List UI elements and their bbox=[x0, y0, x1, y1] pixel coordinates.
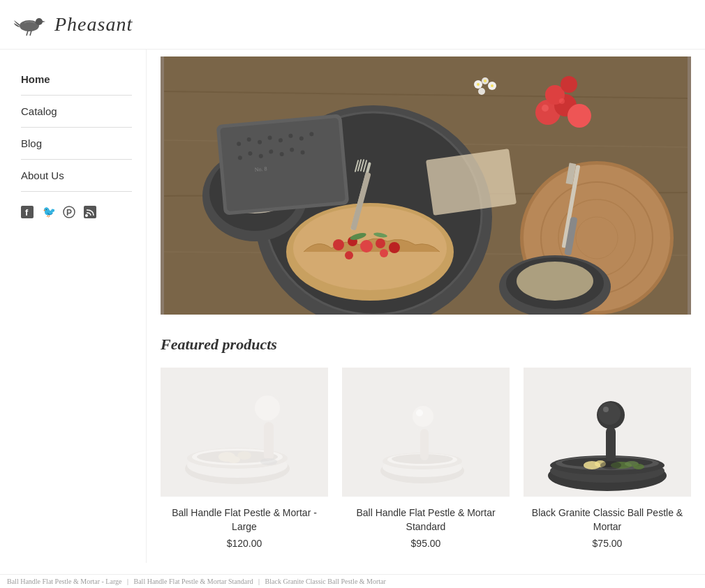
svg-point-80 bbox=[491, 84, 493, 87]
svg-point-103 bbox=[255, 395, 280, 421]
svg-point-26 bbox=[376, 239, 385, 248]
product-card-black-granite[interactable]: Black Granite Classic Ball Pestle & Mort… bbox=[524, 368, 691, 549]
rss-icon[interactable] bbox=[84, 206, 96, 222]
svg-line-4 bbox=[30, 31, 31, 36]
svg-point-79 bbox=[484, 80, 487, 82]
product-card-ball-handle-large[interactable]: Ball Handle Flat Pestle & Mortar - Large… bbox=[161, 368, 328, 549]
svg-marker-2 bbox=[43, 21, 45, 22]
svg-point-130 bbox=[600, 461, 621, 469]
svg-point-73 bbox=[559, 98, 565, 104]
product-name-1: Ball Handle Flat Pestle & Mortar - Large bbox=[161, 506, 328, 534]
logo-text: Pheasant bbox=[54, 13, 133, 36]
pinterest-icon[interactable]: P bbox=[63, 206, 75, 222]
svg-rect-129 bbox=[606, 427, 616, 462]
svg-point-29 bbox=[380, 249, 388, 257]
svg-rect-114 bbox=[420, 429, 429, 460]
svg-text:No. 8: No. 8 bbox=[254, 165, 267, 173]
featured-products-title: Featured products bbox=[161, 336, 691, 354]
svg-point-105 bbox=[260, 458, 277, 465]
product-image-svg-2 bbox=[342, 368, 510, 497]
svg-point-128 bbox=[598, 402, 621, 425]
layout: Home Catalog Blog About Us f bbox=[0, 50, 705, 563]
svg-point-131 bbox=[603, 407, 609, 412]
svg-text:P: P bbox=[66, 208, 72, 218]
product-image-svg-1 bbox=[161, 368, 328, 497]
svg-rect-89 bbox=[426, 149, 517, 216]
hero-image: No. 8 bbox=[161, 56, 691, 315]
product-name-3: Black Granite Classic Ball Pestle & Mort… bbox=[524, 506, 691, 534]
product-price-3: $75.00 bbox=[593, 538, 623, 549]
svg-point-1 bbox=[36, 18, 43, 25]
svg-line-3 bbox=[27, 31, 28, 36]
products-grid: Ball Handle Flat Pestle & Mortar - Large… bbox=[161, 368, 691, 549]
svg-point-72 bbox=[542, 105, 549, 112]
social-icons-group: f 🐦 P bbox=[21, 206, 132, 222]
twitter-icon[interactable]: 🐦 bbox=[42, 206, 54, 222]
product-card-ball-handle-standard[interactable]: Ball Handle Flat Pestle & Mortar Standar… bbox=[342, 368, 510, 549]
svg-point-23 bbox=[333, 239, 344, 250]
svg-point-28 bbox=[345, 251, 353, 259]
sidebar-item-blog[interactable]: Blog bbox=[21, 128, 132, 160]
main-content: No. 8 bbox=[147, 50, 705, 563]
svg-point-25 bbox=[360, 240, 373, 252]
svg-point-124 bbox=[633, 464, 644, 469]
svg-point-78 bbox=[477, 83, 480, 86]
product-image-black-granite[interactable] bbox=[524, 368, 691, 497]
product-price-2: $95.00 bbox=[411, 538, 441, 549]
svg-point-92 bbox=[517, 262, 593, 301]
svg-point-101 bbox=[228, 456, 240, 463]
bottom-strip-text: Ball Handle Flat Pestle & Mortar - Large… bbox=[7, 578, 386, 585]
pheasant-bird-icon bbox=[14, 10, 49, 38]
svg-point-12 bbox=[85, 214, 88, 217]
sidebar: Home Catalog Blog About Us f bbox=[0, 50, 147, 563]
svg-point-113 bbox=[413, 406, 433, 427]
svg-rect-50 bbox=[220, 118, 346, 211]
svg-point-69 bbox=[567, 104, 591, 128]
facebook-icon[interactable]: f bbox=[21, 206, 34, 222]
svg-text:🐦: 🐦 bbox=[43, 206, 54, 218]
sidebar-item-home[interactable]: Home bbox=[21, 63, 132, 96]
product-image-ball-handle-large[interactable] bbox=[161, 368, 328, 497]
bottom-strip: Ball Handle Flat Pestle & Mortar - Large… bbox=[0, 574, 705, 588]
svg-point-27 bbox=[389, 242, 400, 253]
sidebar-item-catalog[interactable]: Catalog bbox=[21, 96, 132, 128]
svg-rect-104 bbox=[264, 422, 274, 460]
svg-point-115 bbox=[416, 409, 423, 416]
product-image-svg-3 bbox=[524, 368, 691, 497]
product-image-ball-handle-standard[interactable] bbox=[342, 368, 510, 497]
header: Pheasant bbox=[0, 0, 705, 50]
product-price-1: $120.00 bbox=[227, 538, 262, 549]
svg-point-77 bbox=[478, 88, 485, 95]
logo-area[interactable]: Pheasant bbox=[14, 10, 133, 38]
hero-scene-svg: No. 8 bbox=[161, 56, 691, 315]
sidebar-nav: Home Catalog Blog About Us bbox=[21, 63, 132, 192]
svg-point-71 bbox=[561, 76, 577, 93]
product-name-2: Ball Handle Flat Pestle & Mortar Standar… bbox=[342, 506, 510, 534]
sidebar-item-about[interactable]: About Us bbox=[21, 160, 132, 192]
svg-text:f: f bbox=[25, 207, 29, 218]
